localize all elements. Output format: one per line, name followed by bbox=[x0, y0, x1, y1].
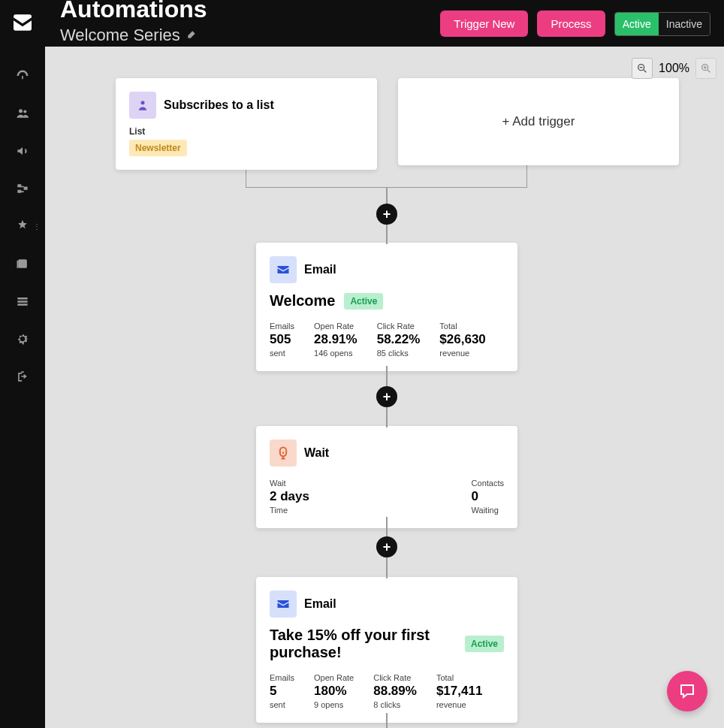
svg-line-5 bbox=[644, 70, 646, 72]
add-step-button[interactable]: + bbox=[376, 204, 397, 225]
nav-media[interactable] bbox=[0, 245, 45, 282]
email-title: Take 15% off your first purchase! bbox=[270, 627, 457, 661]
stat-label: Total bbox=[436, 673, 482, 682]
subscriber-icon bbox=[129, 92, 156, 119]
automation-canvas: 100% Subscribes to a list List Newslette… bbox=[45, 47, 724, 728]
stat-sub: 8 clicks bbox=[373, 700, 417, 709]
submenu-dots-icon: ⋮ bbox=[33, 222, 41, 231]
stat-value: 180% bbox=[314, 684, 354, 699]
stat-value: 5 bbox=[270, 684, 294, 699]
app-logo-icon bbox=[11, 11, 35, 35]
svg-point-11 bbox=[141, 101, 145, 104]
trigger-new-button[interactable]: Trigger New bbox=[440, 11, 528, 37]
stat-label: Click Rate bbox=[373, 673, 417, 682]
zoom-controls: 100% bbox=[632, 58, 716, 79]
trigger-title: Subscribes to a list bbox=[164, 98, 274, 112]
email-node[interactable]: Email Welcome Active Emails 505 sent Ope… bbox=[256, 243, 517, 371]
nav-popups[interactable]: ⋮ bbox=[0, 207, 45, 245]
svg-line-8 bbox=[707, 70, 710, 72]
status-inactive-toggle[interactable]: Inactive bbox=[659, 13, 710, 35]
trigger-sublabel: List bbox=[129, 126, 364, 137]
stat-sub: revenue bbox=[439, 349, 485, 358]
stat-sub: sent bbox=[270, 349, 294, 358]
trigger-list-tag: Newsletter bbox=[129, 140, 187, 156]
stat-label: Wait bbox=[270, 479, 309, 488]
sidebar: ⋮ bbox=[0, 0, 45, 728]
zoom-level: 100% bbox=[656, 62, 692, 75]
svg-point-1 bbox=[23, 110, 26, 113]
stat-label: Open Rate bbox=[314, 322, 357, 331]
email-icon bbox=[270, 591, 297, 618]
trigger-card[interactable]: Subscribes to a list List Newsletter bbox=[116, 78, 377, 170]
stat-value: 0 bbox=[472, 489, 504, 504]
node-type-label: Email bbox=[304, 263, 336, 276]
svg-rect-3 bbox=[17, 261, 19, 268]
page-title: Automations bbox=[60, 0, 440, 21]
help-button[interactable] bbox=[667, 671, 707, 711]
stat-value: 28.91% bbox=[314, 332, 357, 347]
stat-label: Total bbox=[439, 322, 485, 331]
node-type-label: Email bbox=[304, 597, 336, 611]
stat-label: Click Rate bbox=[377, 322, 421, 331]
stat-label: Emails bbox=[270, 322, 294, 331]
email-node[interactable]: Email Take 15% off your first purchase! … bbox=[256, 577, 517, 723]
stat-label: Contacts bbox=[472, 479, 504, 488]
status-badge: Active bbox=[465, 636, 504, 652]
email-title: Welcome bbox=[270, 292, 335, 310]
zoom-out-button[interactable] bbox=[632, 58, 653, 79]
zoom-in-button[interactable] bbox=[695, 58, 716, 79]
nav-contacts[interactable] bbox=[0, 95, 45, 132]
process-button[interactable]: Process bbox=[537, 11, 605, 37]
stat-sub: 9 opens bbox=[314, 700, 354, 709]
add-step-button[interactable]: + bbox=[376, 386, 397, 407]
nav-templates[interactable] bbox=[0, 282, 45, 320]
automation-name: Welcome Series bbox=[60, 26, 180, 45]
connector bbox=[386, 713, 388, 728]
stat-value: $17,411 bbox=[436, 684, 482, 699]
nav-dashboard[interactable] bbox=[0, 57, 45, 95]
svg-point-0 bbox=[19, 109, 23, 113]
email-icon bbox=[270, 256, 297, 283]
nav-settings[interactable] bbox=[0, 320, 45, 358]
node-type-label: Wait bbox=[304, 446, 329, 460]
status-active-toggle[interactable]: Active bbox=[615, 13, 659, 35]
stat-sub: sent bbox=[270, 700, 294, 709]
stat-sub: 146 opens bbox=[314, 349, 357, 358]
add-trigger-label: + Add trigger bbox=[502, 114, 575, 129]
stat-sub: Waiting bbox=[472, 506, 504, 515]
edit-name-icon[interactable] bbox=[186, 29, 197, 42]
stat-value: 58.22% bbox=[377, 332, 421, 347]
add-step-button[interactable]: + bbox=[376, 536, 397, 557]
wait-node[interactable]: Wait Wait 2 days Time Contacts 0 Waiting bbox=[256, 426, 517, 528]
nav-campaigns[interactable] bbox=[0, 132, 45, 170]
nav-logout[interactable] bbox=[0, 358, 45, 395]
header: Automations Welcome Series Trigger New P… bbox=[45, 0, 724, 47]
stat-value: 88.89% bbox=[373, 684, 417, 699]
status-toggle: Active Inactive bbox=[614, 12, 710, 36]
wait-icon bbox=[270, 440, 297, 467]
stat-label: Open Rate bbox=[314, 673, 354, 682]
nav-automations[interactable] bbox=[0, 170, 45, 207]
add-trigger-button[interactable]: + Add trigger bbox=[398, 78, 679, 165]
stat-value: $26,630 bbox=[439, 332, 485, 347]
status-badge: Active bbox=[344, 293, 383, 310]
stat-value: 2 days bbox=[270, 489, 309, 504]
stat-label: Emails bbox=[270, 673, 294, 682]
stat-value: 505 bbox=[270, 332, 294, 347]
svg-rect-2 bbox=[18, 259, 27, 268]
stat-sub: 85 clicks bbox=[377, 349, 421, 358]
stat-sub: Time bbox=[270, 506, 309, 515]
stat-sub: revenue bbox=[436, 700, 482, 709]
